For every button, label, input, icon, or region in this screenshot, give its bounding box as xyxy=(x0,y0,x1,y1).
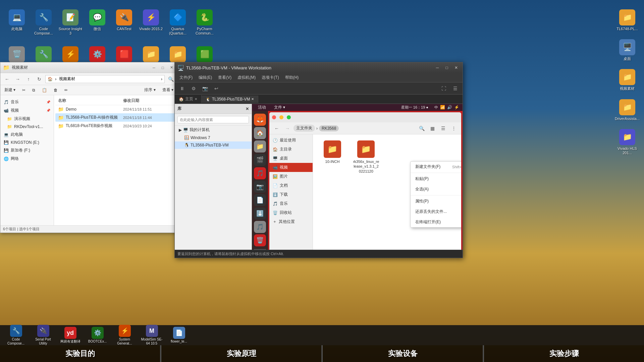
view-button[interactable]: 查看 ▾ xyxy=(160,86,175,94)
file-item-demo[interactable]: 📁 Demo 2024/11/18 11:51 xyxy=(55,105,176,113)
taskbar-flower[interactable]: 📄 flower_te... xyxy=(166,325,192,345)
vm-tool-unity[interactable]: ☰ xyxy=(450,84,460,93)
fm-search-btn[interactable]: 🔍 xyxy=(417,124,426,133)
fm-close-btn[interactable] xyxy=(272,115,276,119)
desktop-icon-cantest[interactable]: 🔌 CANTest xyxy=(111,7,138,38)
vm-menu-help[interactable]: 帮助(H) xyxy=(282,74,302,81)
fm-forward-btn[interactable]: → xyxy=(283,124,292,133)
desktop-icon-source-insight[interactable]: 📝 Source Insight 3 xyxy=(57,7,84,38)
fm-nav-trash[interactable]: 🗑️ 回收站 xyxy=(269,208,313,217)
right-icon-desktop-icon[interactable]: 🖥️ 桌面 xyxy=(614,37,641,64)
ubuntu-files-menu[interactable]: 文件 ▾ xyxy=(271,104,288,111)
nav-rkdevtool[interactable]: 📁 RKDevTool-v1... xyxy=(0,123,54,130)
vm-tab-tl3568[interactable]: 🐧 TL3568-PlusTEB-VM ✕ xyxy=(202,96,258,103)
ubuntu-network-icon[interactable]: 📶 xyxy=(440,105,445,110)
search-button[interactable]: 🔍 xyxy=(166,74,175,84)
maximize-button[interactable]: □ xyxy=(159,64,166,71)
vm-menu-file[interactable]: 文件(F) xyxy=(177,74,195,81)
dock-files[interactable]: 📁 xyxy=(254,140,266,153)
taskbar-bootcex[interactable]: ⚙️ BOOTCEx... xyxy=(85,325,110,345)
dock-video[interactable]: 🎬 xyxy=(254,154,266,166)
refresh-button[interactable]: ↻ xyxy=(35,74,44,84)
delete-button[interactable]: 🗑 xyxy=(52,87,60,93)
taskbar-code-compose[interactable]: 🔧 Code Compose... xyxy=(3,323,29,347)
fm-file-10inch[interactable]: 📁 10-INCH xyxy=(319,140,346,164)
ctx-paste[interactable]: 粘贴(P) Ctrl+V xyxy=(411,174,461,184)
fm-nav-docs[interactable]: 📄 文档 xyxy=(269,181,313,190)
library-close[interactable]: ✕ xyxy=(246,107,249,111)
vm-tool-revert[interactable]: ↩ xyxy=(212,84,221,93)
up-button[interactable]: ↑ xyxy=(24,74,33,84)
fm-nav-recent[interactable]: 🕐 最近使用 xyxy=(269,136,313,145)
ubuntu-power-icon[interactable]: ⚡ xyxy=(454,105,459,110)
file-item-tl6818[interactable]: 📁 TL6818-PlusTEB操作视频 2024/10/23 10:24 xyxy=(55,122,176,130)
rename-button[interactable]: ✏ xyxy=(62,87,70,93)
fm-nav-pictures[interactable]: 🖼️ 图片 xyxy=(269,172,313,181)
fm-nav-other-locs[interactable]: ＋ 其他位置 xyxy=(269,217,313,226)
dock-music[interactable]: 🎵 xyxy=(254,167,266,179)
desktop-icon-quartus[interactable]: 🔷 Quartus (Quartus... xyxy=(164,7,191,38)
dock-download[interactable]: ⬇️ xyxy=(254,207,266,220)
fm-back-btn[interactable]: ← xyxy=(272,124,281,133)
home-tab-close[interactable]: ✕ xyxy=(195,97,197,101)
nav-demo-video[interactable]: 📁 演示视频 xyxy=(0,115,54,123)
nav-this-pc[interactable]: 💻 此电脑 xyxy=(0,130,54,139)
minimize-button[interactable]: ─ xyxy=(151,64,157,71)
dock-firefox[interactable]: 🦊 xyxy=(254,114,266,126)
fm-home-path[interactable]: 主文件夹 xyxy=(293,125,315,132)
ctx-select-all[interactable]: 全选(A) Ctrl+A xyxy=(411,184,461,194)
nav-music[interactable]: 🎵 音乐 📌 xyxy=(0,98,54,106)
taskbar-system-gen[interactable]: ⚡ System Generat... xyxy=(112,323,137,347)
dock-notes[interactable]: 📄 xyxy=(254,194,266,206)
dock-music2[interactable]: 🎵 xyxy=(254,221,266,233)
vm-tool-settings[interactable]: ⚙ xyxy=(189,84,198,93)
right-icon-tl6748[interactable]: 📁 TL6748-PL... xyxy=(614,7,641,34)
vm-menu-tabs[interactable]: 选项卡(T) xyxy=(259,74,281,81)
vm-minimize-btn[interactable]: ─ xyxy=(434,64,441,71)
file-item-tl3568[interactable]: 📁 TL3568-PlusTEB-AI操作视频 2024/11/18 11:44 xyxy=(55,113,176,122)
vm-menu-view[interactable]: 查看(V) xyxy=(215,74,234,81)
back-button[interactable]: ← xyxy=(2,74,12,84)
fm-list-view-btn[interactable]: ☰ xyxy=(438,124,448,133)
vm-close-btn[interactable]: ✕ xyxy=(452,64,460,71)
vm-menu-edit[interactable]: 编辑(E) xyxy=(196,74,215,81)
vm-tree-tl3568[interactable]: 🐧 TL3568-PlusTEB-VM xyxy=(175,141,252,149)
cut-button[interactable]: ✂ xyxy=(20,87,28,93)
ctx-restore-files[interactable]: 还原丢失的文件... xyxy=(411,206,461,217)
desktop-icon-this-pc[interactable]: 💻 此电脑 xyxy=(3,7,30,38)
paste-button[interactable]: 📋 xyxy=(40,87,49,93)
right-icon-driver-assist[interactable]: 📁 DriverAssista... xyxy=(614,97,641,124)
desktop-icon-wechat[interactable]: 💬 微信 xyxy=(84,7,111,38)
vm-menu-vm[interactable]: 虚拟机(M) xyxy=(235,74,258,81)
nav-video[interactable]: 📹 视频 📌 xyxy=(0,106,54,115)
forward-button[interactable]: → xyxy=(13,74,22,84)
fm-nav-desktop[interactable]: 🖥️ 桌面 xyxy=(269,154,313,163)
address-bar[interactable]: 🏠 › 视频素材 › xyxy=(45,75,165,83)
desktop-icon-code-composer[interactable]: 🔧 Code Compose... xyxy=(30,7,57,38)
fm-minimize-btn[interactable] xyxy=(279,115,283,119)
fm-nav-videos[interactable]: 📹 视频 xyxy=(269,163,313,172)
nav-network[interactable]: 🌐 网络 xyxy=(0,155,54,163)
vm-tool-fullscreen[interactable]: ⛶ xyxy=(439,84,448,93)
vm-tab-close[interactable]: ✕ xyxy=(251,97,254,101)
taskbar-youdao[interactable]: yd 网易有道翻译 xyxy=(58,325,83,345)
library-search-input[interactable] xyxy=(177,116,249,123)
dock-home[interactable]: 🏠 xyxy=(254,127,266,139)
vm-maximize-btn[interactable]: □ xyxy=(443,64,450,71)
dock-trash[interactable]: 🗑️ xyxy=(254,234,266,246)
ctx-properties[interactable]: 属性(P) Ctrl+I xyxy=(411,196,461,206)
taskbar-modelsim[interactable]: M ModelSim SE-64 10.5 xyxy=(139,323,164,347)
ubuntu-sound-icon[interactable]: 🔊 xyxy=(447,105,452,110)
fm-file-rk356x[interactable]: 📁 rk356x_linux_release_v1.3.1_20221120 xyxy=(353,140,379,174)
nav-new-vol[interactable]: 💾 新加卷 (F:) xyxy=(0,146,54,155)
dock-photos[interactable]: 📷 xyxy=(254,181,266,193)
nav-kingston[interactable]: 💾 KINGSTON (E:) xyxy=(0,139,54,146)
fm-maximize-btn[interactable] xyxy=(287,115,291,119)
ubuntu-lang-indicator[interactable]: 中 xyxy=(434,105,438,110)
vm-tree-win7[interactable]: 🪟 Windows 7 xyxy=(175,134,252,141)
desktop-icon-pycharm[interactable]: 🐍 PyCharm Commun... xyxy=(191,7,218,38)
fm-grid-view-btn[interactable]: ▦ xyxy=(428,124,437,133)
fm-nav-music[interactable]: 🎵 音乐 xyxy=(269,199,313,208)
desktop-icon-vivado[interactable]: ⚡ Vivado 2015.2 xyxy=(138,7,164,38)
ctx-new-folder[interactable]: 新建文件夹(F) Shift+Ctrl+N xyxy=(411,162,461,172)
